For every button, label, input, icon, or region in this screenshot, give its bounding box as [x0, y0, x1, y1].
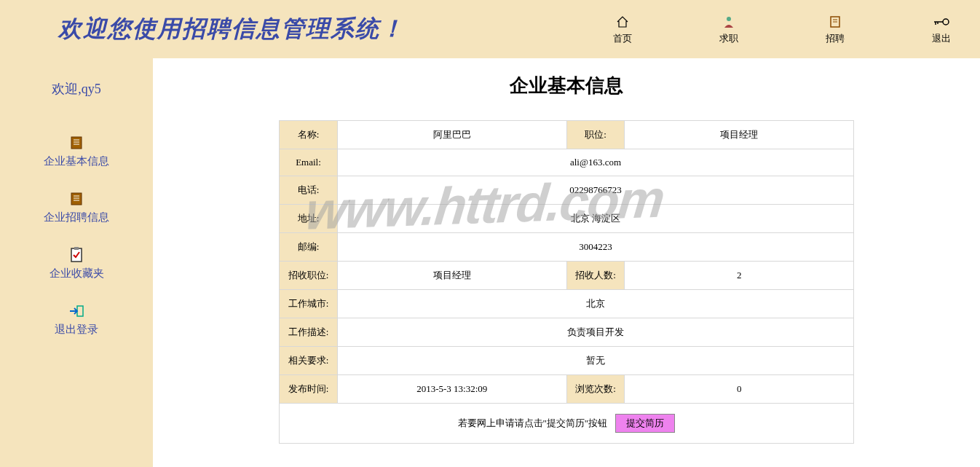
- table-row: 电话: 02298766723: [280, 176, 854, 205]
- username: qy5: [82, 82, 101, 96]
- svg-point-0: [727, 17, 731, 21]
- recruit-num-label: 招收人数:: [566, 262, 625, 290]
- nav-label: 求职: [719, 32, 738, 45]
- table-row: 相关要求: 暂无: [280, 347, 854, 375]
- clipboard-icon: [69, 246, 84, 264]
- city-label: 工作城市:: [280, 290, 338, 318]
- sidebar-item-label: 企业基本信息: [44, 154, 109, 168]
- position-label: 职位:: [566, 121, 625, 149]
- pubtime-value: 2013-5-3 13:32:09: [337, 375, 566, 404]
- sidebar-item-favorites[interactable]: 企业收藏夹: [50, 246, 104, 280]
- table-row: 发布时间: 2013-5-3 13:32:09 浏览次数: 0: [280, 375, 854, 404]
- nav-label: 退出: [932, 32, 951, 45]
- table-row: 招收职位: 项目经理 招收人数: 2: [280, 262, 854, 290]
- zip-value: 3004223: [337, 233, 853, 262]
- nav-jobseek[interactable]: 求职: [719, 13, 738, 45]
- header: 欢迎您使用招聘信息管理系统！ 首页 求职 招聘 退出: [0, 0, 980, 58]
- welcome-prefix: 欢迎,: [52, 82, 82, 96]
- svg-rect-8: [71, 137, 82, 149]
- table-row: 工作描述: 负责项目开发: [280, 318, 854, 347]
- person-icon: [722, 13, 736, 31]
- submit-hint: 若要网上申请请点击"提交简历"按钮: [458, 417, 608, 428]
- phone-label: 电话:: [280, 176, 338, 205]
- views-value: 0: [625, 375, 854, 404]
- nav-label: 首页: [613, 32, 632, 45]
- nav-logout[interactable]: 退出: [932, 13, 951, 45]
- recruit-num-value: 2: [625, 262, 854, 290]
- recruit-pos-label: 招收职位:: [280, 262, 338, 290]
- nav-home[interactable]: 首页: [613, 13, 632, 45]
- recruit-pos-value: 项目经理: [337, 262, 566, 290]
- desc-label: 工作描述:: [280, 318, 338, 347]
- document-icon: [828, 13, 842, 31]
- doc-icon: [70, 134, 83, 152]
- doc-icon: [70, 190, 83, 208]
- home-icon: [615, 13, 630, 31]
- sidebar-item-recruit-info[interactable]: 企业招聘信息: [44, 190, 109, 224]
- sidebar-item-exit[interactable]: 退出登录: [55, 302, 98, 337]
- position-value: 项目经理: [625, 121, 854, 149]
- sidebar: 欢迎,qy5 企业基本信息 企业招聘信息 企业收藏夹 退出登录: [0, 58, 153, 467]
- table-row: Email: ali@163.com: [280, 149, 854, 176]
- nav-label: 招聘: [826, 32, 845, 45]
- app-title: 欢迎您使用招聘信息管理系统！: [58, 13, 405, 45]
- name-label: 名称:: [280, 121, 338, 149]
- svg-point-4: [943, 19, 949, 25]
- table-row: 地址: 北京 海淀区: [280, 205, 854, 233]
- main-content: www.httrd.com 企业基本信息 名称: 阿里巴巴 职位: 项目经理 E…: [153, 58, 980, 467]
- svg-rect-17: [74, 247, 79, 250]
- info-table: 名称: 阿里巴巴 职位: 项目经理 Email: ali@163.com 电话:…: [279, 120, 854, 444]
- sidebar-item-company-info[interactable]: 企业基本信息: [44, 134, 109, 168]
- email-label: Email:: [280, 149, 338, 176]
- zip-label: 邮编:: [280, 233, 338, 262]
- desc-value: 负责项目开发: [337, 318, 853, 347]
- sidebar-item-label: 退出登录: [55, 323, 98, 337]
- submit-row: 若要网上申请请点击"提交简历"按钮 提交简历: [280, 404, 854, 444]
- top-nav: 首页 求职 招聘 退出: [613, 13, 951, 45]
- submit-resume-button[interactable]: 提交简历: [615, 414, 675, 433]
- pubtime-label: 发布时间:: [280, 375, 338, 404]
- svg-rect-12: [71, 193, 82, 205]
- address-label: 地址:: [280, 205, 338, 233]
- name-value: 阿里巴巴: [337, 121, 566, 149]
- req-value: 暂无: [337, 347, 853, 375]
- address-value: 北京 海淀区: [337, 205, 853, 233]
- nav-recruit[interactable]: 招聘: [826, 13, 845, 45]
- req-label: 相关要求:: [280, 347, 338, 375]
- email-value: ali@163.com: [337, 149, 853, 176]
- page-title: 企业基本信息: [510, 73, 623, 98]
- key-icon: [933, 13, 950, 31]
- sidebar-item-label: 企业招聘信息: [44, 211, 109, 224]
- table-row: 工作城市: 北京: [280, 290, 854, 318]
- city-value: 北京: [337, 290, 853, 318]
- table-row: 邮编: 3004223: [280, 233, 854, 262]
- table-row: 名称: 阿里巴巴 职位: 项目经理: [280, 121, 854, 149]
- welcome-text: 欢迎,qy5: [52, 80, 101, 98]
- phone-value: 02298766723: [337, 176, 853, 205]
- exit-icon: [68, 302, 84, 320]
- views-label: 浏览次数:: [566, 375, 625, 404]
- sidebar-item-label: 企业收藏夹: [50, 267, 104, 280]
